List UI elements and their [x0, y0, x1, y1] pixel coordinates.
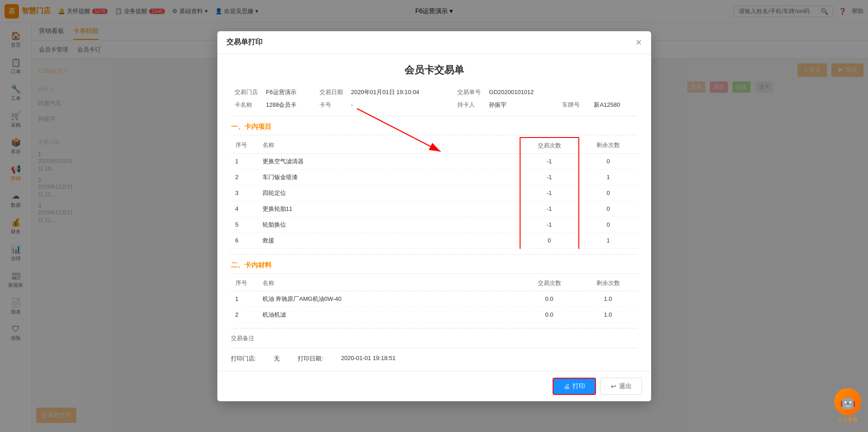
print-date-value: 2020-01-01 19:18:51 [341, 355, 396, 363]
s1-no: 6 [231, 233, 258, 248]
plate-label: 车牌号 [558, 99, 590, 111]
s1-name: 更换轮胎11 [258, 201, 520, 217]
print-shop-value: 无 [274, 355, 280, 363]
exit-icon: ↩ [611, 383, 616, 390]
modal-footer: 🖨 打印 ↩ 退出 [217, 371, 651, 401]
col-txcount2: 交易次数 [520, 275, 579, 291]
modal-body: 会员卡交易单 交易门店 F6运营演示 交易日期 2020年01月01日 19:1… [217, 54, 651, 371]
s2-remain: 1.0 [579, 291, 638, 307]
shop-label: 交易门店 [231, 86, 263, 99]
col-no2: 序号 [231, 275, 258, 291]
txno-label: 交易单号 [454, 86, 485, 99]
receipt-title: 会员卡交易单 [231, 63, 638, 77]
s1-txcount: 0 [520, 233, 579, 248]
s1-no: 1 [231, 153, 258, 169]
s2-name: 机油 奔驰原厂AMG机油0W-40 [258, 291, 520, 307]
s2-remain: 1.0 [579, 307, 638, 323]
print-modal: 交易单打印 ✕ 会员卡交易单 交易门店 F6运营演示 交易日期 2020年01月… [217, 31, 651, 401]
s1-name: 救援 [258, 233, 520, 248]
s1-name: 轮胎换位 [258, 217, 520, 233]
cardname-value: 1288会员卡 [263, 99, 316, 111]
col-remain1: 剩余次数 [579, 138, 638, 154]
col-remain2: 剩余次数 [579, 275, 638, 291]
s1-remain: 0 [579, 201, 638, 217]
modal-title: 交易单打印 [226, 38, 263, 47]
s2-txcount: 0.0 [520, 307, 579, 323]
remark-label: 交易备注 [231, 334, 254, 342]
section1-row: 4 更换轮胎11 -1 0 [231, 201, 638, 217]
printer-icon: 🖨 [563, 383, 570, 390]
exit-button[interactable]: ↩ 退出 [601, 378, 642, 395]
cs-label: 人工客服 [832, 416, 863, 423]
s2-no: 1 [231, 291, 258, 307]
col-name2: 名称 [258, 275, 520, 291]
section1-table: 序号 名称 交易次数 剩余次数 1 更换空气滤清器 -1 0 2 车门钣金喷漆 … [231, 137, 638, 249]
s1-remain: 1 [579, 169, 638, 185]
plate-value: 新A12580 [590, 99, 637, 111]
s1-remain: 0 [579, 217, 638, 233]
s2-name: 机油机滤 [258, 307, 520, 323]
print-date-label: 打印日期: [298, 355, 323, 363]
s2-no: 2 [231, 307, 258, 323]
holder-label2: 持卡人 [454, 99, 485, 111]
s2-txcount: 0.0 [520, 291, 579, 307]
modal-close-button[interactable]: ✕ [635, 38, 642, 47]
s1-name: 车门钣金喷漆 [258, 169, 520, 185]
col-txcount1: 交易次数 [520, 138, 579, 154]
section1-row: 3 四轮定位 -1 0 [231, 185, 638, 201]
s1-txcount: -1 [520, 153, 579, 169]
col-no1: 序号 [231, 138, 258, 154]
s1-name: 更换空气滤清器 [258, 153, 520, 169]
cardno-value: - [347, 99, 454, 111]
s1-remain: 0 [579, 153, 638, 169]
s1-remain: 0 [579, 185, 638, 201]
s1-no: 3 [231, 185, 258, 201]
s1-txcount: -1 [520, 185, 579, 201]
section1-row: 5 轮胎换位 -1 0 [231, 217, 638, 233]
date-label: 交易日期 [316, 86, 347, 99]
holder-value: 孙振宇 [485, 99, 558, 111]
section2-row: 2 机油机滤 0.0 1.0 [231, 307, 638, 323]
col-name1: 名称 [258, 138, 520, 154]
cardno-label: 卡号 [316, 99, 347, 111]
remark-row: 交易备注 [231, 332, 638, 345]
cardname-label: 卡名称 [231, 99, 263, 111]
print-label: 打印 [572, 382, 585, 390]
section1-header: 一、卡内项目 [231, 119, 638, 135]
s1-txcount: -1 [520, 217, 579, 233]
section1-row: 1 更换空气滤清器 -1 0 [231, 153, 638, 169]
s1-no: 5 [231, 217, 258, 233]
s1-txcount: -1 [520, 201, 579, 217]
print-shop-label: 打印门店: [231, 355, 256, 363]
section1-row: 2 车门钣金喷漆 -1 1 [231, 169, 638, 185]
shop-value: F6运营演示 [263, 86, 316, 99]
section2-header: 二、卡内材料 [231, 257, 638, 274]
section2-table: 序号 名称 交易次数 剩余次数 1 机油 奔驰原厂AMG机油0W-40 0.0 … [231, 275, 638, 323]
s1-no: 2 [231, 169, 258, 185]
print-info: 打印门店: 无 打印日期: 2020-01-01 19:18:51 [231, 351, 638, 366]
robot-icon: 🤖 [834, 388, 861, 415]
print-button[interactable]: 🖨 打印 [553, 378, 596, 395]
txno-value: GD20200101012 [485, 86, 558, 99]
exit-label: 退出 [619, 382, 632, 390]
s1-remain: 1 [579, 233, 638, 248]
s1-no: 4 [231, 201, 258, 217]
s1-name: 四轮定位 [258, 185, 520, 201]
s1-txcount: -1 [520, 169, 579, 185]
date-value: 2020年01月01日 19:10:04 [347, 86, 454, 99]
section1-row: 6 救援 0 1 [231, 233, 638, 248]
modal-header: 交易单打印 ✕ [217, 31, 651, 54]
info-table: 交易门店 F6运营演示 交易日期 2020年01月01日 19:10:04 交易… [231, 86, 638, 111]
section2-row: 1 机油 奔驰原厂AMG机油0W-40 0.0 1.0 [231, 291, 638, 307]
cs-robot[interactable]: 🤖 人工客服 [832, 388, 863, 423]
